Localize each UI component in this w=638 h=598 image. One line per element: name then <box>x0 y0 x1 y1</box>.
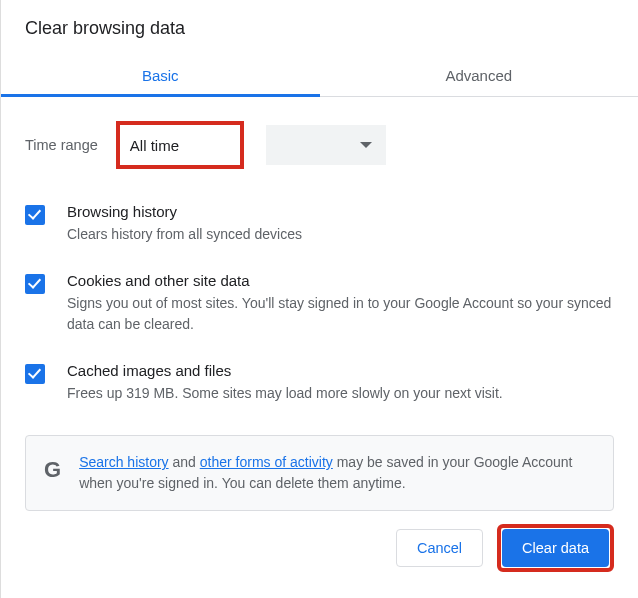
option-text: Cached images and files Frees up 319 MB.… <box>67 362 614 403</box>
option-text: Cookies and other site data Signs you ou… <box>67 272 614 334</box>
tabs: Basic Advanced <box>1 55 638 97</box>
option-title: Browsing history <box>67 203 614 220</box>
option-desc: Frees up 319 MB. Some sites may load mor… <box>67 383 614 403</box>
clear-data-button[interactable]: Clear data <box>502 529 609 567</box>
option-cache: Cached images and files Frees up 319 MB.… <box>25 348 614 417</box>
dialog-footer: Cancel Clear data <box>396 524 614 572</box>
option-desc: Clears history from all synced devices <box>67 224 614 244</box>
checkbox-cookies[interactable] <box>25 274 45 294</box>
option-text: Browsing history Clears history from all… <box>67 203 614 244</box>
info-text: Search history and other forms of activi… <box>79 452 595 494</box>
google-account-info: G Search history and other forms of acti… <box>25 435 614 511</box>
time-range-value: All time <box>130 137 179 154</box>
option-title: Cached images and files <box>67 362 614 379</box>
checkbox-browsing-history[interactable] <box>25 205 45 225</box>
dialog-title: Clear browsing data <box>1 18 638 55</box>
tab-indicator <box>1 94 320 97</box>
option-browsing-history: Browsing history Clears history from all… <box>25 189 614 258</box>
info-text-mid: and <box>169 454 200 470</box>
option-title: Cookies and other site data <box>67 272 614 289</box>
link-other-activity[interactable]: other forms of activity <box>200 454 333 470</box>
checkbox-cache[interactable] <box>25 364 45 384</box>
tab-basic[interactable]: Basic <box>1 55 320 96</box>
chevron-down-icon <box>360 142 372 148</box>
time-range-row: Time range All time <box>25 115 614 189</box>
time-range-select[interactable]: All time <box>120 125 240 165</box>
clear-browsing-data-dialog: Clear browsing data Basic Advanced Time … <box>1 0 638 511</box>
cancel-button[interactable]: Cancel <box>396 529 483 567</box>
dialog-content: Time range All time Browsing history Cle… <box>1 97 638 511</box>
option-desc: Signs you out of most sites. You'll stay… <box>67 293 614 334</box>
time-range-dropdown[interactable] <box>266 125 386 165</box>
time-range-highlight: All time <box>116 121 244 169</box>
clear-data-highlight: Clear data <box>497 524 614 572</box>
google-g-icon: G <box>44 453 61 486</box>
tab-advanced[interactable]: Advanced <box>320 55 639 96</box>
time-range-label: Time range <box>25 137 98 153</box>
link-search-history[interactable]: Search history <box>79 454 168 470</box>
option-cookies: Cookies and other site data Signs you ou… <box>25 258 614 348</box>
